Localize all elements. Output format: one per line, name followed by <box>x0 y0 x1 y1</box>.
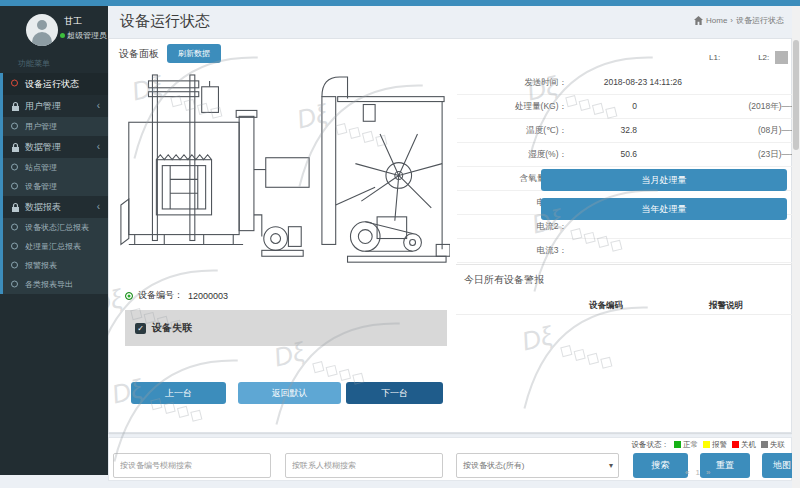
year-volume-button[interactable]: 当年处理量 <box>541 198 787 220</box>
l2-status-indicator <box>775 51 788 64</box>
offline-checkbox[interactable]: ✓ <box>135 323 146 334</box>
sidebar-item-label: 数据报表 <box>25 202 61 212</box>
metric-row: 电流3： <box>457 239 800 263</box>
pagination-next[interactable]: » <box>706 468 710 477</box>
device-number-search-input[interactable] <box>113 453 271 478</box>
online-status-icon <box>60 33 65 38</box>
sidebar-item-data-mgmt[interactable]: 数据管理 ‹ <box>3 136 108 158</box>
app-window: 甘工 超级管理员 功能菜单 设备运行状态 用户管理 ‹ <box>0 0 800 488</box>
legend-offline: 失联 <box>761 440 785 450</box>
circle-icon <box>11 163 20 172</box>
lock-icon <box>11 143 20 152</box>
device-panel-title: 设备面板 <box>119 47 159 61</box>
sidebar-item-label: 报警报表 <box>25 261 57 270</box>
metric-label: 电流2： <box>457 221 567 233</box>
sidebar-item-status-report[interactable]: 设备状态汇总报表 <box>3 218 108 237</box>
search-button[interactable]: 搜索 <box>633 453 688 478</box>
metric-row: 发送时间： 2018-08-23 14:11:26 处理量累计： <box>457 71 800 95</box>
sidebar-item-user-mgmt[interactable]: 用户管理 ‹ <box>3 95 108 117</box>
sidebar-item-label: 设备状态汇总报表 <box>25 223 89 232</box>
legend-label: 设备状态： <box>632 440 670 450</box>
pagination-page[interactable]: 1 <box>695 468 699 477</box>
device-panel: 设备面板 刷新数据 <box>108 38 792 433</box>
offline-label: 设备失联 <box>152 321 192 335</box>
metric-value: 0 <box>572 101 637 111</box>
l2-label: L2: <box>758 53 769 62</box>
legend-alarm: 报警 <box>703 440 727 450</box>
user-name: 甘工 <box>64 15 82 28</box>
column-device-code: 设备编码 <box>571 300 641 312</box>
return-default-button[interactable]: 返回默认 <box>238 382 341 404</box>
lock-icon <box>11 102 20 111</box>
circle-icon <box>11 122 20 131</box>
scrollbar[interactable] <box>792 6 800 488</box>
pagination: « 1 » <box>685 468 710 477</box>
sidebar-item-alarm-report[interactable]: 报警报表 <box>3 256 108 275</box>
next-device-button[interactable]: 下一台 <box>346 382 443 404</box>
device-online-icon <box>125 292 133 300</box>
yellow-square-icon <box>703 441 710 448</box>
column-alarm-desc: 报警说明 <box>691 300 761 312</box>
device-number-value: 12000003 <box>188 291 228 301</box>
line-status: L1: L2: <box>709 51 788 64</box>
contact-search-input[interactable] <box>285 453 443 478</box>
prev-device-button[interactable]: 上一台 <box>131 382 226 404</box>
circle-icon <box>11 261 20 270</box>
sidebar-item-label: 用户管理 <box>25 122 57 131</box>
sidebar-item-export-report[interactable]: 各类报表导出 <box>3 275 108 294</box>
submenu-data: 站点管理 设备管理 <box>3 158 108 196</box>
sidebar-item-device-status[interactable]: 设备运行状态 <box>3 73 108 95</box>
chevron-left-icon: ‹ <box>97 136 100 158</box>
metric-label: 发送时间： <box>457 77 567 89</box>
month-volume-button[interactable]: 当月处理量 <box>541 169 787 191</box>
status-legend: 设备状态： 正常 报警 关机 失联 <box>632 440 786 450</box>
legend-shutdown: 关机 <box>732 440 756 450</box>
circle-icon <box>11 182 20 191</box>
submenu-reports: 设备状态汇总报表 处理量汇总报表 报警报表 各类报表导出 <box>3 218 108 294</box>
metric-row: 处理量(KG)： 0 (2018年)——年度(KG)： 0 <box>457 95 800 119</box>
avatar-head-shape <box>37 20 47 30</box>
metric-value: 32.8 <box>572 125 637 135</box>
home-icon <box>694 16 703 25</box>
user-role-label: 超级管理员 <box>67 30 107 41</box>
user-role: 超级管理员 <box>60 30 107 41</box>
sidebar-item-label: 数据管理 <box>25 142 61 152</box>
scrollbar-thumb[interactable] <box>793 40 799 150</box>
gray-square-icon <box>761 441 768 448</box>
sidebar-item-reports[interactable]: 数据报表 ‹ <box>3 196 108 218</box>
pagination-prev[interactable]: « <box>685 468 689 477</box>
metric-label: 湿度(%)： <box>457 149 567 161</box>
green-square-icon <box>674 441 681 448</box>
status-filter-value: 按设备状态(所有) <box>463 461 524 470</box>
caret-down-icon: ▾ <box>609 454 613 477</box>
status-filter-select[interactable]: 按设备状态(所有) ▾ <box>456 453 619 478</box>
red-square-icon <box>732 441 739 448</box>
breadcrumb-current: 设备运行状态 <box>736 15 784 26</box>
sidebar-item-device-mgmt[interactable]: 设备管理 <box>3 177 108 196</box>
metric-row: 湿度(%)： 50.6 (23日)——今日(KG)： 0 <box>457 143 800 167</box>
total-label: (23日)——今日(KG)： <box>642 149 800 161</box>
chevron-left-icon: ‹ <box>97 95 100 117</box>
sidebar-item-label: 站点管理 <box>25 163 57 172</box>
sidebar-item-user-mgmt-sub[interactable]: 用户管理 <box>3 117 108 136</box>
sidebar-menu: 设备运行状态 用户管理 ‹ 用户管理 数据管理 ‹ <box>0 73 108 294</box>
circle-icon <box>11 242 20 251</box>
metric-label: 电流3： <box>457 245 567 257</box>
refresh-data-button[interactable]: 刷新数据 <box>167 44 221 63</box>
page-title: 设备运行状态 <box>120 12 210 31</box>
sidebar-item-label: 设备管理 <box>25 182 57 191</box>
breadcrumb-home[interactable]: Home <box>706 16 727 25</box>
metric-value: 50.6 <box>572 149 637 159</box>
sidebar-item-volume-report[interactable]: 处理量汇总报表 <box>3 237 108 256</box>
breadcrumb-separator: › <box>730 16 733 25</box>
circle-icon <box>11 223 20 232</box>
top-navbar <box>0 0 800 6</box>
lock-icon <box>11 203 20 212</box>
sidebar-item-site-mgmt[interactable]: 站点管理 <box>3 158 108 177</box>
metric-label: 温度(℃)： <box>457 125 567 137</box>
user-panel: 甘工 超级管理员 <box>0 6 108 50</box>
alarms-table-header: 设备编码 报警说明 时间 编码 <box>456 297 800 315</box>
avatar-body-shape <box>32 32 52 46</box>
l1-label: L1: <box>709 53 720 62</box>
circle-icon <box>11 280 20 289</box>
